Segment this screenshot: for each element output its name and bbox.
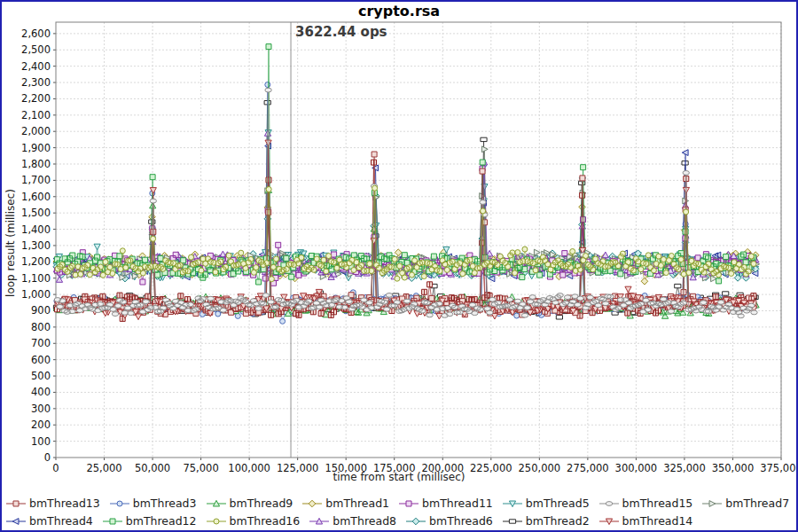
legend-label: bmThread5 <box>526 497 590 510</box>
legend-label: bmThread2 <box>526 514 590 528</box>
legend-item-bmThread11: bmThread11 <box>398 497 493 510</box>
legend-item-bmThread8: bmThread8 <box>309 514 396 528</box>
legend-item-bmThread7: bmThread7 <box>701 497 789 510</box>
y-tick-label: 800 <box>31 321 51 333</box>
legend-marker-icon <box>398 498 419 509</box>
y-tick-label: 500 <box>31 370 51 382</box>
legend-item-bmThread12: bmThread12 <box>102 514 197 528</box>
legend-label: bmThread13 <box>29 497 100 510</box>
legend-marker-icon <box>502 516 523 527</box>
legend-label: bmThread16 <box>230 514 301 528</box>
legend: bmThread13bmThread3bmThread9bmThread1bmT… <box>5 495 793 529</box>
legend-marker-icon <box>5 516 27 527</box>
y-tick-label: 0 <box>44 451 51 464</box>
y-tick-label: 2,100 <box>21 109 51 121</box>
y-tick-label: 100 <box>31 435 51 448</box>
legend-marker-icon <box>301 498 323 509</box>
legend-item-bmThread4: bmThread4 <box>5 514 93 528</box>
legend-row-2: bmThread4bmThread12bmThread16bmThread8bm… <box>5 512 793 529</box>
y-tick-label: 2,200 <box>21 92 51 105</box>
legend-label: bmThread8 <box>332 514 396 528</box>
y-tick-label: 1,900 <box>21 142 51 154</box>
legend-item-bmThread9: bmThread9 <box>206 497 293 510</box>
legend-item-bmThread2: bmThread2 <box>502 514 590 528</box>
y-tick-label: 200 <box>31 419 51 431</box>
legend-marker-icon <box>102 516 123 527</box>
y-tick-label: 2,400 <box>21 60 51 73</box>
y-tick-label: 600 <box>31 354 51 366</box>
series-bmThread3 <box>54 82 758 325</box>
series-bmThread15 <box>54 88 757 318</box>
legend-item-bmThread6: bmThread6 <box>405 514 493 528</box>
y-tick-label: 1,500 <box>21 207 51 219</box>
series-bmThread13 <box>55 152 756 317</box>
legend-marker-icon <box>309 516 330 527</box>
legend-label: bmThread14 <box>622 514 693 528</box>
y-tick-label: 1,100 <box>21 272 51 285</box>
y-axis-label: loop result (millisec) <box>4 189 17 297</box>
legend-label: bmThread12 <box>126 514 197 528</box>
y-tick-label: 700 <box>31 337 51 349</box>
x-axis-label: time from start (millisec) <box>2 471 796 483</box>
legend-item-bmThread16: bmThread16 <box>206 514 301 528</box>
legend-row-1: bmThread13bmThread3bmThread9bmThread1bmT… <box>5 495 793 512</box>
y-tick-label: 2,300 <box>21 76 51 89</box>
legend-label: bmThread1 <box>325 497 389 510</box>
legend-marker-icon <box>5 498 27 509</box>
y-tick-label: 900 <box>31 304 51 317</box>
y-tick-label: 1,200 <box>21 255 51 268</box>
y-tick-label: 2,000 <box>21 125 51 137</box>
legend-marker-icon <box>206 498 227 509</box>
legend-label: bmThread11 <box>422 497 493 510</box>
legend-marker-icon <box>206 516 227 527</box>
series-bmThread2 <box>53 101 758 320</box>
y-tick-label: 1,300 <box>21 239 51 252</box>
legend-item-bmThread1: bmThread1 <box>301 497 389 510</box>
legend-item-bmThread5: bmThread5 <box>502 497 590 510</box>
legend-item-bmThread3: bmThread3 <box>109 497 197 510</box>
legend-marker-icon <box>502 498 523 509</box>
y-tick-label: 1,000 <box>21 288 51 301</box>
chart-window: crypto.rsa 01002003004005006007008009001… <box>0 0 798 532</box>
ops-annotation: 3622.44 ops <box>295 24 387 40</box>
y-tick-label: 1,600 <box>21 191 51 203</box>
series-bmThread16 <box>55 185 756 282</box>
y-tick-label: 1,400 <box>21 223 51 236</box>
legend-marker-icon <box>598 516 620 527</box>
legend-label: bmThread3 <box>133 497 197 510</box>
legend-label: bmThread4 <box>29 514 93 528</box>
legend-label: bmThread15 <box>622 497 693 510</box>
y-tick-label: 2,600 <box>21 27 51 40</box>
legend-item-bmThread14: bmThread14 <box>598 514 693 528</box>
legend-label: bmThread9 <box>230 497 293 510</box>
legend-marker-icon <box>701 498 723 509</box>
legend-marker-icon <box>598 498 620 509</box>
legend-label: bmThread6 <box>429 514 493 528</box>
legend-marker-icon <box>405 516 426 527</box>
legend-label: bmThread7 <box>725 497 789 510</box>
legend-marker-icon <box>109 498 130 509</box>
y-tick-label: 300 <box>31 403 51 415</box>
legend-item-bmThread13: bmThread13 <box>5 497 100 510</box>
y-tick-label: 400 <box>31 386 51 398</box>
series-bmThread14 <box>55 140 758 320</box>
legend-item-bmThread15: bmThread15 <box>598 497 693 510</box>
plot-area: 01002003004005006007008009001,0001,1001,… <box>2 2 796 491</box>
y-tick-label: 1,700 <box>21 174 51 186</box>
y-tick-label: 1,800 <box>21 158 51 170</box>
y-tick-label: 2,500 <box>21 43 51 56</box>
